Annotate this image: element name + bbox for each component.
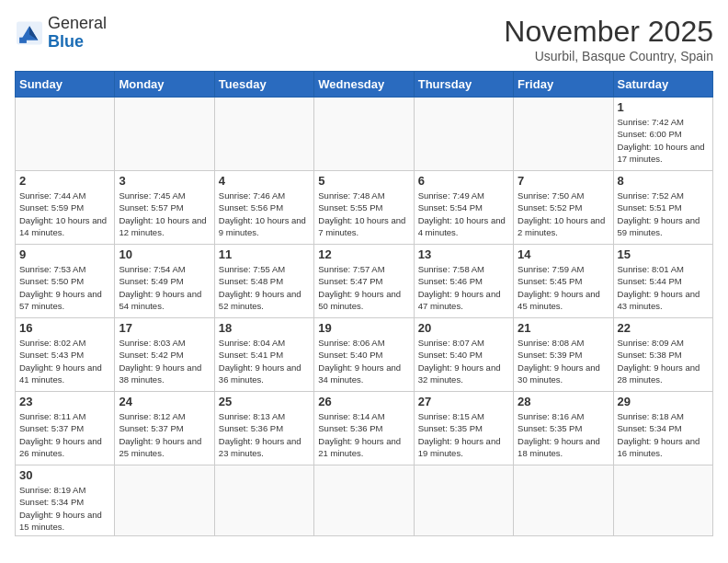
day-info: Sunrise: 7:48 AM Sunset: 5:55 PM Dayligh… <box>318 190 409 238</box>
col-wednesday: Wednesday <box>314 72 414 98</box>
day-info: Sunrise: 8:13 AM Sunset: 5:36 PM Dayligh… <box>219 410 310 459</box>
calendar-cell <box>214 465 313 536</box>
calendar-cell <box>613 465 712 536</box>
calendar-cell: 6Sunrise: 7:49 AM Sunset: 5:54 PM Daylig… <box>414 171 513 245</box>
calendar-cell: 1Sunrise: 7:42 AM Sunset: 6:00 PM Daylig… <box>613 98 712 171</box>
day-info: Sunrise: 7:58 AM Sunset: 5:46 PM Dayligh… <box>418 263 509 312</box>
location: Usurbil, Basque Country, Spain <box>504 49 713 63</box>
day-number: 9 <box>19 247 110 261</box>
calendar-row-3: 9Sunrise: 7:53 AM Sunset: 5:50 PM Daylig… <box>16 245 713 318</box>
day-info: Sunrise: 7:46 AM Sunset: 5:56 PM Dayligh… <box>219 190 310 238</box>
day-number: 16 <box>19 321 110 335</box>
calendar-row-1: 1Sunrise: 7:42 AM Sunset: 6:00 PM Daylig… <box>16 98 713 171</box>
calendar-header-row: Sunday Monday Tuesday Wednesday Thursday… <box>16 72 713 98</box>
calendar-cell: 28Sunrise: 8:16 AM Sunset: 5:35 PM Dayli… <box>514 392 613 465</box>
day-number: 17 <box>119 321 210 335</box>
day-info: Sunrise: 8:19 AM Sunset: 5:34 PM Dayligh… <box>19 484 110 533</box>
day-info: Sunrise: 8:16 AM Sunset: 5:35 PM Dayligh… <box>518 410 609 459</box>
calendar-cell: 15Sunrise: 8:01 AM Sunset: 5:44 PM Dayli… <box>613 245 712 318</box>
calendar-cell: 12Sunrise: 7:57 AM Sunset: 5:47 PM Dayli… <box>314 245 414 318</box>
day-info: Sunrise: 8:01 AM Sunset: 5:44 PM Dayligh… <box>618 263 709 312</box>
title-block: November 2025 Usurbil, Basque Country, S… <box>504 15 713 63</box>
day-info: Sunrise: 8:02 AM Sunset: 5:43 PM Dayligh… <box>19 337 110 385</box>
calendar-cell: 4Sunrise: 7:46 AM Sunset: 5:56 PM Daylig… <box>214 171 313 245</box>
calendar-cell: 11Sunrise: 7:55 AM Sunset: 5:48 PM Dayli… <box>214 245 313 318</box>
page-header: General Blue November 2025 Usurbil, Basq… <box>15 15 713 63</box>
day-info: Sunrise: 7:49 AM Sunset: 5:54 PM Dayligh… <box>418 190 509 238</box>
day-info: Sunrise: 8:06 AM Sunset: 5:40 PM Dayligh… <box>318 337 409 385</box>
day-number: 10 <box>119 247 210 261</box>
day-number: 8 <box>618 174 709 188</box>
calendar-cell: 16Sunrise: 8:02 AM Sunset: 5:43 PM Dayli… <box>16 318 115 392</box>
day-number: 6 <box>418 174 509 188</box>
col-friday: Friday <box>514 72 613 98</box>
col-tuesday: Tuesday <box>214 72 313 98</box>
calendar-row-2: 2Sunrise: 7:44 AM Sunset: 5:59 PM Daylig… <box>16 171 713 245</box>
calendar-cell: 17Sunrise: 8:03 AM Sunset: 5:42 PM Dayli… <box>115 318 214 392</box>
day-info: Sunrise: 8:03 AM Sunset: 5:42 PM Dayligh… <box>119 337 210 385</box>
day-number: 25 <box>219 395 310 408</box>
day-info: Sunrise: 8:15 AM Sunset: 5:35 PM Dayligh… <box>418 410 509 459</box>
day-number: 7 <box>518 174 609 188</box>
day-info: Sunrise: 7:52 AM Sunset: 5:51 PM Dayligh… <box>618 190 709 238</box>
day-number: 30 <box>19 468 110 482</box>
day-number: 23 <box>19 395 110 408</box>
day-number: 15 <box>618 247 709 261</box>
calendar-cell: 26Sunrise: 8:14 AM Sunset: 5:36 PM Dayli… <box>314 392 414 465</box>
day-info: Sunrise: 8:12 AM Sunset: 5:37 PM Dayligh… <box>119 410 210 459</box>
col-saturday: Saturday <box>613 72 712 98</box>
calendar-cell: 20Sunrise: 8:07 AM Sunset: 5:40 PM Dayli… <box>414 318 513 392</box>
col-sunday: Sunday <box>16 72 115 98</box>
calendar-cell: 13Sunrise: 7:58 AM Sunset: 5:46 PM Dayli… <box>414 245 513 318</box>
day-number: 24 <box>119 395 210 408</box>
day-info: Sunrise: 8:14 AM Sunset: 5:36 PM Dayligh… <box>318 410 409 459</box>
calendar-cell: 23Sunrise: 8:11 AM Sunset: 5:37 PM Dayli… <box>16 392 115 465</box>
calendar-cell <box>16 98 115 171</box>
day-info: Sunrise: 8:09 AM Sunset: 5:38 PM Dayligh… <box>618 337 709 385</box>
calendar-cell: 22Sunrise: 8:09 AM Sunset: 5:38 PM Dayli… <box>613 318 712 392</box>
day-number: 5 <box>318 174 409 188</box>
day-info: Sunrise: 8:11 AM Sunset: 5:37 PM Dayligh… <box>19 410 110 459</box>
calendar-cell <box>214 98 313 171</box>
day-number: 14 <box>518 247 609 261</box>
col-thursday: Thursday <box>414 72 513 98</box>
calendar-cell: 19Sunrise: 8:06 AM Sunset: 5:40 PM Dayli… <box>314 318 414 392</box>
calendar-cell: 21Sunrise: 8:08 AM Sunset: 5:39 PM Dayli… <box>514 318 613 392</box>
day-info: Sunrise: 8:08 AM Sunset: 5:39 PM Dayligh… <box>518 337 609 385</box>
day-info: Sunrise: 7:53 AM Sunset: 5:50 PM Dayligh… <box>19 263 110 312</box>
calendar-cell <box>115 465 214 536</box>
day-number: 1 <box>618 100 709 114</box>
calendar-cell: 29Sunrise: 8:18 AM Sunset: 5:34 PM Dayli… <box>613 392 712 465</box>
day-number: 13 <box>418 247 509 261</box>
calendar-cell <box>414 98 513 171</box>
calendar-cell: 9Sunrise: 7:53 AM Sunset: 5:50 PM Daylig… <box>16 245 115 318</box>
day-info: Sunrise: 8:18 AM Sunset: 5:34 PM Dayligh… <box>618 410 709 459</box>
calendar-cell <box>514 98 613 171</box>
month-title: November 2025 <box>504 15 713 49</box>
logo: General Blue <box>15 15 107 52</box>
calendar-cell: 3Sunrise: 7:45 AM Sunset: 5:57 PM Daylig… <box>115 171 214 245</box>
day-number: 29 <box>618 395 709 408</box>
calendar-row-5: 23Sunrise: 8:11 AM Sunset: 5:37 PM Dayli… <box>16 392 713 465</box>
day-info: Sunrise: 7:55 AM Sunset: 5:48 PM Dayligh… <box>219 263 310 312</box>
calendar-cell: 14Sunrise: 7:59 AM Sunset: 5:45 PM Dayli… <box>514 245 613 318</box>
day-info: Sunrise: 8:04 AM Sunset: 5:41 PM Dayligh… <box>219 337 310 385</box>
calendar-cell <box>514 465 613 536</box>
day-number: 12 <box>318 247 409 261</box>
day-info: Sunrise: 7:44 AM Sunset: 5:59 PM Dayligh… <box>19 190 110 238</box>
calendar-cell <box>414 465 513 536</box>
day-number: 20 <box>418 321 509 335</box>
day-number: 28 <box>518 395 609 408</box>
day-number: 21 <box>518 321 609 335</box>
calendar-table: Sunday Monday Tuesday Wednesday Thursday… <box>15 71 713 536</box>
day-number: 18 <box>219 321 310 335</box>
day-number: 19 <box>318 321 409 335</box>
calendar-cell <box>314 465 414 536</box>
calendar-row-4: 16Sunrise: 8:02 AM Sunset: 5:43 PM Dayli… <box>16 318 713 392</box>
day-info: Sunrise: 7:45 AM Sunset: 5:57 PM Dayligh… <box>119 190 210 238</box>
day-info: Sunrise: 7:59 AM Sunset: 5:45 PM Dayligh… <box>518 263 609 312</box>
calendar-cell: 18Sunrise: 8:04 AM Sunset: 5:41 PM Dayli… <box>214 318 313 392</box>
calendar-cell: 27Sunrise: 8:15 AM Sunset: 5:35 PM Dayli… <box>414 392 513 465</box>
calendar-cell: 25Sunrise: 8:13 AM Sunset: 5:36 PM Dayli… <box>214 392 313 465</box>
day-number: 11 <box>219 247 310 261</box>
